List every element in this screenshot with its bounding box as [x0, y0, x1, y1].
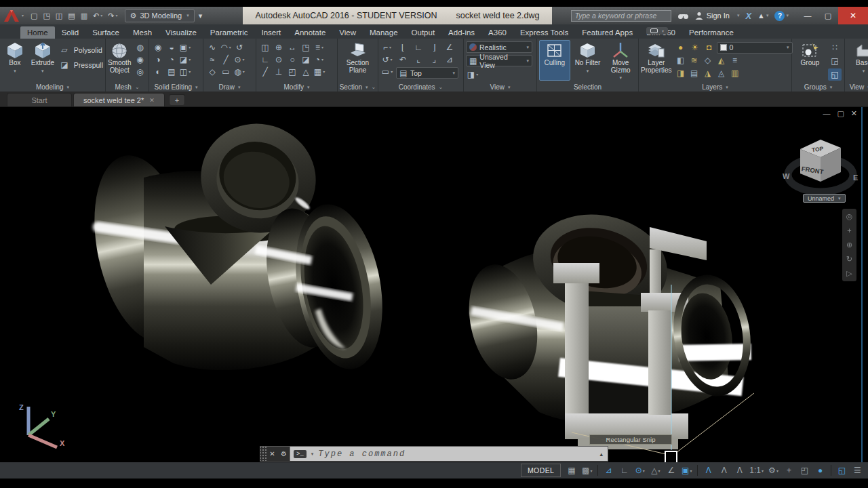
panel-label-coordinates[interactable]: Coordinates⌄: [378, 83, 463, 91]
circle-icon[interactable]: ⊙▾: [233, 54, 246, 66]
open-file-icon[interactable]: ◳: [43, 12, 50, 20]
fillet-icon[interactable]: ∟: [258, 54, 272, 66]
tab-solid[interactable]: Solid: [55, 26, 86, 39]
3d-viewport[interactable]: — ▢ ✕ W S E TOP FRONT Unnamed▾ ◎+⊕↻▷ Z: [0, 107, 868, 462]
panel-label-solid-editing[interactable]: Solid Editing▾: [149, 83, 203, 91]
search-binoculars-icon[interactable]: [677, 12, 689, 20]
command-drag-handle[interactable]: [260, 447, 267, 461]
tab-surface[interactable]: Surface: [85, 26, 126, 39]
showmotion-icon[interactable]: ▷: [846, 270, 852, 277]
section-plane-button[interactable]: Section Plane: [342, 40, 374, 81]
box-button[interactable]: Box▾: [2, 40, 28, 81]
move-icon[interactable]: ◫: [258, 41, 272, 54]
isolate-objects-icon[interactable]: ◰: [797, 464, 812, 477]
tab-insert[interactable]: Insert: [254, 26, 288, 39]
viewport-close-icon[interactable]: ✕: [851, 109, 857, 118]
panel-label-view-right[interactable]: View▾⌄: [845, 83, 868, 91]
plot-icon[interactable]: ▥: [81, 12, 87, 20]
sectioned-tee-model[interactable]: [459, 203, 758, 449]
named-view-select[interactable]: ▦ Unsaved View▾: [466, 55, 532, 66]
ucs-icon[interactable]: ⌐▾: [380, 41, 394, 54]
panel-label-modify[interactable]: Modify▾: [256, 83, 337, 91]
orbit-icon[interactable]: ↻: [846, 256, 852, 263]
tab-parametric[interactable]: Parametric: [203, 26, 255, 39]
layer-freeze-icon[interactable]: ≋: [688, 54, 701, 66]
new-file-icon[interactable]: ▢: [31, 12, 37, 20]
object-snap-icon[interactable]: ▣▾: [679, 464, 694, 477]
layer-on-icon[interactable]: ●: [674, 41, 688, 54]
mesh-smooth-more-icon[interactable]: ◎: [133, 66, 146, 78]
model-space-button[interactable]: MODEL: [521, 464, 561, 477]
customize-menu-icon[interactable]: ☰: [850, 464, 865, 477]
spline-icon[interactable]: ≈: [205, 54, 219, 66]
erase-icon[interactable]: ╱: [258, 66, 272, 78]
ucs-view-select[interactable]: ▤ Top▾: [396, 67, 458, 79]
command-options-icon[interactable]: ⚙: [278, 447, 290, 461]
layer-sun-icon[interactable]: ☀: [688, 41, 702, 54]
layer-select[interactable]: 0▾: [717, 42, 793, 54]
save-icon[interactable]: ◫: [56, 12, 62, 20]
file-tab-start[interactable]: Start: [7, 93, 72, 106]
infer-constraints-icon[interactable]: ⊿: [601, 464, 616, 477]
panel-label-groups[interactable]: Groups▾: [792, 83, 844, 91]
layer-thaw-icon[interactable]: ▤: [688, 67, 701, 79]
slice-icon[interactable]: ▣▾: [178, 41, 192, 54]
stretch-icon[interactable]: ↔: [285, 41, 299, 54]
workspace-switcher[interactable]: ⚙ 3D Modeling ▾: [125, 9, 195, 22]
ortho-mode-icon[interactable]: ∟: [617, 464, 631, 477]
shell-icon[interactable]: ▤: [165, 66, 178, 78]
layer-unlock-icon[interactable]: ◮: [701, 67, 715, 79]
ucs-z-axis-icon[interactable]: ∟: [412, 41, 425, 54]
ucs-icon[interactable]: Z Y X: [14, 401, 71, 452]
tab-visualize[interactable]: Visualize: [159, 26, 203, 39]
visual-style-select[interactable]: Realistic▾: [466, 41, 532, 53]
panel-label-view[interactable]: View▾: [464, 83, 536, 91]
polysolid-button[interactable]: ▱Polysolid: [58, 43, 103, 56]
sign-in-button[interactable]: Sign In: [695, 12, 730, 20]
base-button[interactable]: Base▾: [848, 40, 868, 81]
layer-unisolate-icon[interactable]: ◨: [674, 67, 688, 79]
capture-icon[interactable]: ◱: [835, 464, 849, 477]
search-input[interactable]: [571, 10, 671, 22]
command-input-field[interactable]: >_ ▾ ▴: [290, 447, 608, 461]
mesh-crease-icon[interactable]: ◉: [133, 54, 146, 66]
redo-icon[interactable]: ↷▾: [108, 12, 117, 20]
polygon-icon[interactable]: ◇: [205, 66, 219, 78]
hatch-icon[interactable]: ◍▾: [233, 66, 246, 78]
ungroup-icon[interactable]: ∷: [828, 41, 842, 54]
tab-annotate[interactable]: Annotate: [288, 26, 332, 39]
workspace-switching-icon[interactable]: ⚙▾: [766, 464, 781, 477]
group-edit-icon[interactable]: ◲: [828, 55, 842, 67]
viewport-config-icon[interactable]: ◨▾: [466, 68, 479, 81]
layer-properties-button[interactable]: Layer Properties: [641, 40, 672, 81]
steering-wheel-icon[interactable]: ◎: [846, 213, 853, 220]
ucs-previous-icon[interactable]: ↺▾: [380, 54, 394, 66]
presspull-button[interactable]: ◪Presspull: [58, 58, 103, 71]
layer-walk-icon[interactable]: ▥: [728, 67, 742, 79]
ribbon-minimize-icon[interactable]: ▾: [646, 27, 668, 35]
layer-lock-icon[interactable]: ◘: [703, 41, 716, 54]
chamfer-icon[interactable]: ◔▾: [313, 54, 326, 66]
ucs-view-icon[interactable]: ⌞: [412, 54, 425, 66]
panel-label-selection[interactable]: Selection: [537, 83, 638, 91]
customization-plus-icon[interactable]: +: [782, 464, 796, 477]
viewport-restore-icon[interactable]: ▢: [837, 109, 844, 118]
annotation-visibility-icon[interactable]: Λ: [701, 464, 715, 477]
new-tab-button[interactable]: +: [169, 94, 185, 105]
annotation-scale-value[interactable]: 1:1▾: [748, 464, 765, 477]
tab-featured-apps[interactable]: Featured Apps: [575, 26, 639, 39]
ucs-3point-icon[interactable]: ⌋: [427, 41, 441, 54]
command-prompt-icon[interactable]: >_: [294, 450, 307, 458]
tab-a360[interactable]: A360: [481, 26, 513, 39]
command-line[interactable]: ✕ ⚙ >_ ▾ ▴: [260, 446, 608, 462]
sheet-set-icon[interactable]: ▤: [68, 12, 75, 20]
union-icon[interactable]: ◉: [151, 41, 165, 54]
edit-more-icon[interactable]: ▦▾: [313, 66, 326, 78]
panel-label-modeling[interactable]: Modeling▾: [0, 83, 105, 91]
mesh-refine-icon[interactable]: ◍: [133, 41, 146, 54]
copy-icon[interactable]: ◳: [299, 41, 313, 54]
extract-edges-icon[interactable]: ◒: [165, 41, 178, 54]
layer-isolate-icon[interactable]: ◧: [674, 54, 688, 66]
arc-icon[interactable]: ◠▾: [219, 41, 233, 54]
group-selection-icon[interactable]: ◱: [828, 68, 842, 81]
